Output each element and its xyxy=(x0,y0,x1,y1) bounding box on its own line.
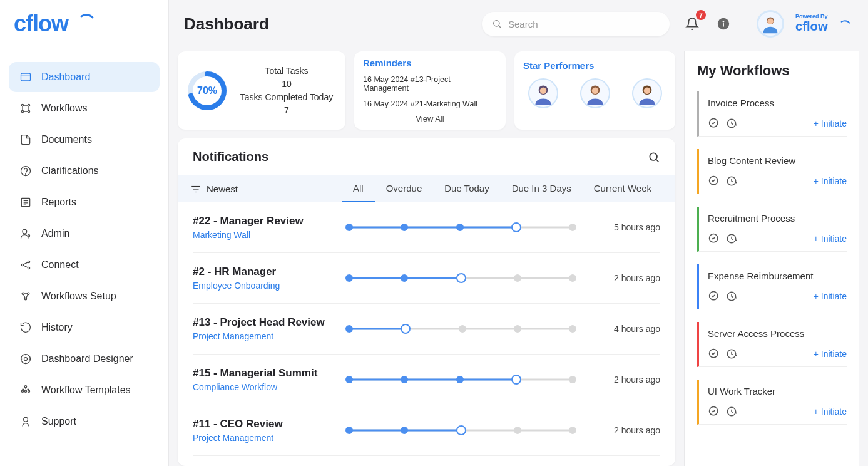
svg-point-31 xyxy=(723,21,724,22)
progress-step xyxy=(401,224,408,231)
notification-name: #15 - Managerial Summit xyxy=(193,367,330,380)
nav-item-documents[interactable]: Documents xyxy=(9,125,160,155)
svg-line-49 xyxy=(656,159,659,162)
notifications-bell-button[interactable]: 7 xyxy=(682,14,702,34)
progress-step xyxy=(401,427,408,434)
svg-point-4 xyxy=(28,104,29,106)
tabs-container: AllOverdueDue TodayDue In 3 DaysCurrent … xyxy=(342,175,663,202)
workflow-check-icon[interactable] xyxy=(708,117,720,130)
notification-row[interactable]: #13 - Project Head Review Project Manage… xyxy=(193,304,660,355)
progress-step xyxy=(514,427,521,434)
view-all-reminders-link[interactable]: View All xyxy=(363,111,497,123)
nav-item-workflow-templates[interactable]: Workflow Templates xyxy=(9,375,160,405)
tab-overdue[interactable]: Overdue xyxy=(375,175,434,202)
notification-time: 2 hours ago xyxy=(591,425,660,435)
nav-icon xyxy=(19,101,33,115)
svg-point-14 xyxy=(28,235,29,237)
notification-workflow-link[interactable]: Compliance Workflow xyxy=(193,382,330,392)
workflow-clock-icon[interactable] xyxy=(725,175,738,187)
workflow-clock-icon[interactable] xyxy=(725,348,738,360)
completed-today-label: Tasks Completed Today xyxy=(237,91,337,104)
notifications-tabs: Newest AllOverdueDue TodayDue In 3 DaysC… xyxy=(178,175,675,202)
reminders-card: Reminders 16 May 2024 #13-Project Manage… xyxy=(354,51,506,130)
star-performer-avatar[interactable] xyxy=(632,78,662,108)
powered-logo: cflow xyxy=(795,19,853,34)
user-avatar[interactable] xyxy=(757,10,784,38)
notification-row[interactable]: #18 - Finance Manager Capex Approval Pro… xyxy=(193,456,660,466)
workflow-check-icon[interactable] xyxy=(708,290,720,303)
notifications-search-button[interactable] xyxy=(648,151,660,163)
workflow-name: Blog Content Review xyxy=(708,155,847,166)
initiate-button[interactable]: + Initiate xyxy=(814,176,847,186)
workflow-check-icon[interactable] xyxy=(708,405,720,418)
svg-point-26 xyxy=(28,390,29,392)
initiate-button[interactable]: + Initiate xyxy=(814,349,847,359)
notification-workflow-link[interactable]: Project Management xyxy=(193,433,330,443)
workflow-clock-icon[interactable] xyxy=(725,117,738,130)
notifications-list: #22 - Manager Review Marketing Wall 5 ho… xyxy=(178,202,675,466)
notification-row[interactable]: #2 - HR Manager Employee Onboarding 2 ho… xyxy=(193,253,660,304)
progress-step xyxy=(569,325,576,333)
notification-workflow-link[interactable]: Project Management xyxy=(193,331,330,341)
notification-info: #13 - Project Head Review Project Manage… xyxy=(193,316,330,341)
nav-icon xyxy=(19,133,33,147)
workflow-clock-icon[interactable] xyxy=(725,232,738,245)
progress-bar xyxy=(345,426,576,435)
notification-row[interactable]: #11 - CEO Review Project Management 2 ho… xyxy=(193,405,660,456)
progress-bar xyxy=(345,375,576,384)
nav-list: DashboardWorkflowsDocumentsClarification… xyxy=(0,62,168,437)
workflow-clock-icon[interactable] xyxy=(725,405,738,418)
progress-bar xyxy=(345,223,576,232)
progress-step xyxy=(569,427,576,434)
workflow-check-icon[interactable] xyxy=(708,348,720,360)
reminder-item[interactable]: 16 May 2024 #13-Project Management xyxy=(363,72,497,96)
workflow-item: Recruitment Process + Initiate xyxy=(697,207,847,252)
topbar: Dashboard 7 Powered By cflow xyxy=(169,0,868,51)
workflow-item: Blog Content Review + Initiate xyxy=(697,149,847,194)
info-button[interactable] xyxy=(713,14,733,34)
initiate-button[interactable]: + Initiate xyxy=(814,234,847,244)
notification-name: #13 - Project Head Review xyxy=(193,316,330,329)
tab-all[interactable]: All xyxy=(342,175,375,202)
tab-due-in-3-days[interactable]: Due In 3 Days xyxy=(501,175,583,202)
nav-icon xyxy=(19,195,33,209)
notification-row[interactable]: #15 - Managerial Summit Compliance Workf… xyxy=(193,355,660,405)
sort-icon xyxy=(190,184,202,195)
svg-point-20 xyxy=(24,298,26,300)
nav-icon xyxy=(19,352,33,366)
nav-item-reports[interactable]: Reports xyxy=(9,187,160,217)
workflow-clock-icon[interactable] xyxy=(725,290,738,303)
sort-dropdown[interactable]: Newest xyxy=(190,184,238,195)
notification-workflow-link[interactable]: Marketing Wall xyxy=(193,230,330,240)
nav-item-admin[interactable]: Admin xyxy=(9,219,160,249)
workflow-check-icon[interactable] xyxy=(708,175,720,187)
svg-line-29 xyxy=(499,26,501,28)
svg-text:cflow: cflow xyxy=(795,19,828,33)
svg-point-22 xyxy=(24,358,28,361)
reminder-item[interactable]: 16 May 2024 #21-Marketing Wall xyxy=(363,96,497,111)
notification-workflow-link[interactable]: Employee Onboarding xyxy=(193,281,330,291)
tab-due-today[interactable]: Due Today xyxy=(433,175,500,202)
initiate-button[interactable]: + Initiate xyxy=(814,291,847,301)
nav-item-dashboard-designer[interactable]: Dashboard Designer xyxy=(9,344,160,374)
nav-item-clarifications[interactable]: Clarifications xyxy=(9,156,160,186)
nav-item-dashboard[interactable]: Dashboard xyxy=(9,62,160,92)
svg-text:cflow: cflow xyxy=(14,11,69,36)
nav-item-support[interactable]: Support xyxy=(9,406,160,437)
workflow-item: Server Access Process + Initiate xyxy=(697,322,847,367)
initiate-button[interactable]: + Initiate xyxy=(814,406,847,417)
nav-item-workflows-setup[interactable]: Workflows Setup xyxy=(9,281,160,311)
search-input[interactable] xyxy=(482,12,670,36)
workflow-check-icon[interactable] xyxy=(708,232,720,245)
notification-time: 2 hours ago xyxy=(591,375,660,385)
nav-item-history[interactable]: History xyxy=(9,313,160,343)
nav-label: History xyxy=(41,322,73,333)
star-performer-avatar[interactable] xyxy=(580,78,610,108)
tasks-info: Total Tasks 10 Tasks Completed Today 7 xyxy=(237,65,337,117)
notification-row[interactable]: #22 - Manager Review Marketing Wall 5 ho… xyxy=(193,202,660,253)
initiate-button[interactable]: + Initiate xyxy=(814,118,847,128)
tab-current-week[interactable]: Current Week xyxy=(583,175,663,202)
nav-item-workflows[interactable]: Workflows xyxy=(9,93,160,123)
nav-item-connect[interactable]: Connect xyxy=(9,250,160,280)
star-performer-avatar[interactable] xyxy=(528,78,558,108)
